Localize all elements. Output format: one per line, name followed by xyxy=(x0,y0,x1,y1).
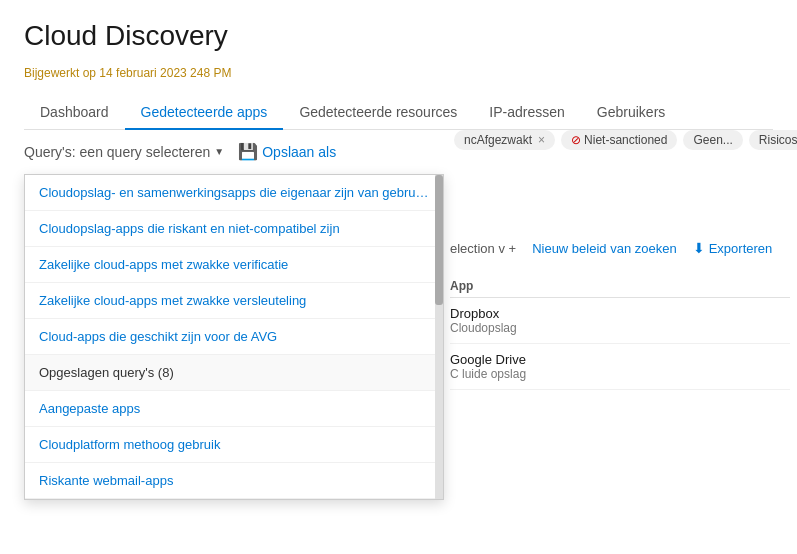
download-icon: ⬇ xyxy=(693,240,705,256)
table-area: App Dropbox Cloudopslag Google Drive C l… xyxy=(450,275,790,390)
dropdown-item-7[interactable]: Aangepaste apps xyxy=(25,391,443,427)
export-button[interactable]: ⬇ Exporteren xyxy=(693,240,773,256)
tab-detected-resources[interactable]: Gedetecteerde resources xyxy=(283,96,473,130)
col-app-header: App xyxy=(450,279,473,293)
app-name-2: Google Drive xyxy=(450,352,790,367)
tab-dashboard[interactable]: Dashboard xyxy=(24,96,125,130)
dropdown-item-2[interactable]: Cloudopslag-apps die riskant en niet-com… xyxy=(25,211,443,247)
selection-label: election v + xyxy=(450,241,516,256)
dropdown-item-3[interactable]: Zakelijke cloud-apps met zwakke verifica… xyxy=(25,247,443,283)
cancel-icon: ⊘ xyxy=(571,133,581,147)
app-category-1: Cloudopslag xyxy=(450,321,790,335)
table-row[interactable]: Dropbox Cloudopslag xyxy=(450,298,790,344)
filter-area: ncAfgezwakt × ⊘ Niet-sanctioned Geen... … xyxy=(454,130,797,150)
dropdown-item-1[interactable]: Cloudopslag- en samenwerkingsapps die ei… xyxy=(25,175,443,211)
save-as-label: Opslaan als xyxy=(262,144,336,160)
app-category-2: C luide opslag xyxy=(450,367,790,381)
table-toolbar: election v + Nieuw beleid van zoeken ⬇ E… xyxy=(450,240,772,256)
dropdown-item-5[interactable]: Cloud-apps die geschikt zijn voor de AVG xyxy=(25,319,443,355)
dropdown-scrollbar[interactable] xyxy=(435,175,443,499)
tabs-row: Dashboard Gedetecteerde apps Gedetecteer… xyxy=(24,96,773,130)
afgezwakt-filter[interactable]: ncAfgezwakt × xyxy=(454,130,555,150)
chevron-down-icon: ▼ xyxy=(214,146,224,157)
remove-afgezwakt-icon[interactable]: × xyxy=(538,133,545,147)
dropdown-section-header: Opgeslagen query's (8) xyxy=(25,355,443,391)
update-info: Bijgewerkt op 14 februari 2023 248 PM xyxy=(24,66,773,80)
table-header: App xyxy=(450,275,790,298)
tab-ip-addresses[interactable]: IP-adressen xyxy=(473,96,580,130)
new-policy-link[interactable]: Nieuw beleid van zoeken xyxy=(532,241,677,256)
dropdown-item-4[interactable]: Zakelijke cloud-apps met zwakke versleut… xyxy=(25,283,443,319)
niet-sanctioned-filter[interactable]: ⊘ Niet-sanctioned xyxy=(561,130,677,150)
risicoscore-badge[interactable]: Risicoscore: 3 xyxy=(749,130,797,150)
query-selector[interactable]: Query's: een query selecteren ▼ xyxy=(24,144,224,160)
afgezwakt-label: ncAfgezwakt xyxy=(464,133,532,147)
tab-detected-apps[interactable]: Gedetecteerde apps xyxy=(125,96,284,130)
toolbar-row: Query's: een query selecteren ▼ 💾 Opslaa… xyxy=(24,130,773,173)
niet-sanctioned-label: Niet-sanctioned xyxy=(584,133,667,147)
export-label: Exporteren xyxy=(709,241,773,256)
geen-label: Geen... xyxy=(693,133,732,147)
save-as-button[interactable]: 💾 Opslaan als xyxy=(232,140,342,163)
geen-filter[interactable]: Geen... xyxy=(683,130,742,150)
table-row[interactable]: Google Drive C luide opslag xyxy=(450,344,790,390)
scrollbar-thumb xyxy=(435,175,443,305)
page-title: Cloud Discovery xyxy=(24,20,773,52)
save-icon: 💾 xyxy=(238,142,258,161)
risicoscore-label: Risicoscore: 3 xyxy=(759,133,797,147)
tab-users[interactable]: Gebruikers xyxy=(581,96,681,130)
app-name-1: Dropbox xyxy=(450,306,790,321)
dropdown-item-9[interactable]: Riskante webmail-apps xyxy=(25,463,443,499)
query-label: Query's: een query selecteren xyxy=(24,144,210,160)
query-dropdown: Cloudopslag- en samenwerkingsapps die ei… xyxy=(24,174,444,500)
dropdown-item-8[interactable]: Cloudplatform methoog gebruik xyxy=(25,427,443,463)
selection-button[interactable]: election v + xyxy=(450,241,516,256)
